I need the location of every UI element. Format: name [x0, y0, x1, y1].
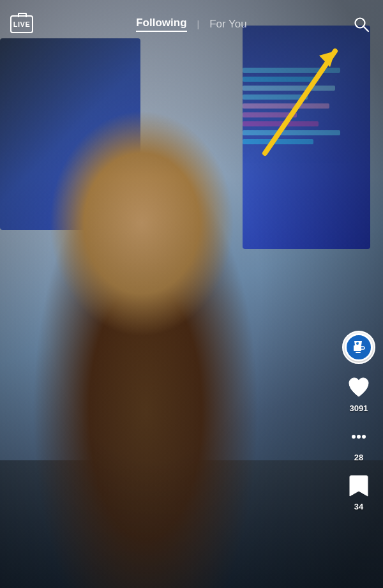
search-icon: [353, 16, 370, 33]
like-icon-container: [345, 374, 372, 401]
heart-icon: [346, 375, 372, 400]
nav-separator: |: [197, 19, 200, 29]
like-count: 3091: [350, 403, 368, 413]
bookmark-icon-container: [345, 472, 372, 499]
monitor-lines: [243, 64, 351, 243]
comment-button[interactable]: 28: [345, 423, 372, 462]
like-button[interactable]: 3091: [345, 374, 372, 413]
creator-avatar: [342, 331, 375, 364]
creator-profile-icon: [345, 333, 373, 361]
comment-count: 28: [354, 453, 363, 462]
tab-following[interactable]: Following: [136, 17, 186, 32]
live-label: LIVE: [13, 20, 30, 28]
app-container: LIVE Following | For You: [0, 0, 383, 588]
bg-monitor-left: [0, 38, 140, 230]
bookmark-icon: [347, 473, 370, 499]
svg-line-1: [363, 26, 368, 31]
bookmark-count: 34: [354, 502, 363, 511]
bookmark-button[interactable]: 34: [345, 472, 372, 511]
search-button[interactable]: [350, 13, 373, 36]
svg-rect-5: [356, 352, 361, 353]
svg-point-9: [362, 435, 366, 439]
creator-avatar-container[interactable]: [342, 331, 375, 364]
svg-rect-4: [354, 345, 361, 351]
live-tv-icon: LIVE: [10, 15, 33, 33]
bg-monitor-right: [243, 26, 370, 249]
nav-tabs: Following | For You: [136, 17, 247, 32]
top-bar: LIVE Following | For You: [0, 0, 383, 48]
comment-icon: [346, 424, 372, 449]
background-seats: [0, 460, 383, 588]
mug-svg: [351, 340, 366, 355]
comment-icon-container: [345, 423, 372, 450]
right-actions: 3091 28 34: [342, 331, 375, 511]
live-badge[interactable]: LIVE: [10, 15, 33, 33]
svg-point-7: [352, 435, 356, 439]
svg-point-8: [357, 435, 361, 439]
tab-for-you[interactable]: For You: [209, 18, 247, 31]
